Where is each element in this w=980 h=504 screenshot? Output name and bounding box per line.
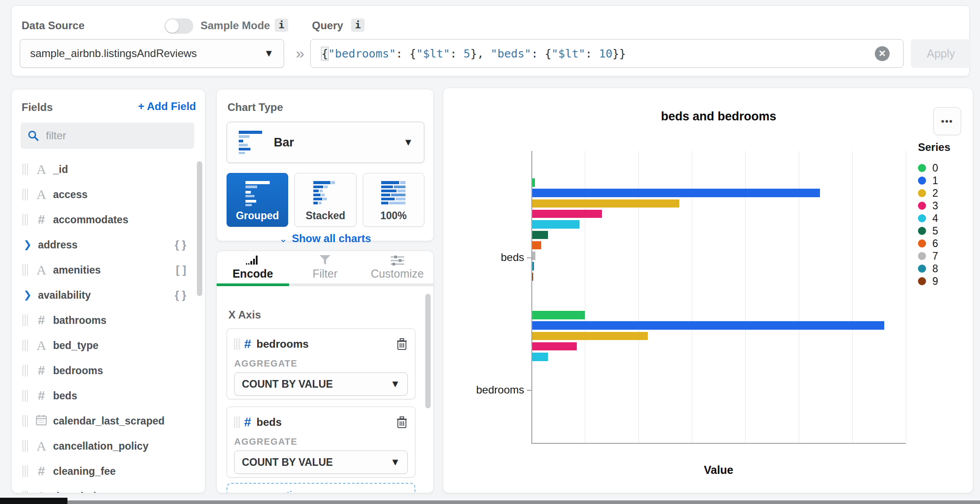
legend-label: 9: [932, 275, 938, 287]
sample-mode-info-icon[interactable]: i: [275, 18, 288, 32]
field-row-_id[interactable]: A_id: [12, 157, 205, 182]
horizontal-scrollbar-track[interactable]: [0, 500, 980, 504]
y-category-label-bedrooms: bedrooms: [452, 384, 524, 396]
show-all-charts-link[interactable]: ⌄Show all charts: [217, 232, 433, 245]
apply-button[interactable]: Apply: [911, 39, 971, 68]
encode-scrollbar-thumb[interactable]: [425, 294, 431, 408]
drag-handle-icon[interactable]: [22, 264, 28, 276]
legend-swatch: [918, 265, 926, 273]
drag-handle-icon[interactable]: [234, 338, 240, 350]
add-field-button[interactable]: + Add Field: [138, 100, 196, 113]
funnel-icon: [319, 255, 331, 265]
drag-handle-icon[interactable]: [22, 340, 28, 351]
query-info-icon[interactable]: i: [351, 18, 365, 32]
chart-type-select[interactable]: Bar ▼: [227, 122, 424, 163]
chevron-down-icon: ▼: [264, 48, 274, 59]
drag-handle-icon[interactable]: [22, 214, 28, 225]
legend-label: 6: [932, 238, 938, 250]
bar-beds-series-7: [532, 252, 535, 260]
field-row-beds[interactable]: #beds: [12, 383, 205, 408]
string-type-icon: A: [33, 262, 49, 278]
field-name: beds: [53, 390, 77, 402]
field-row-availability[interactable]: ❯availability{ }: [12, 283, 205, 308]
field-row-bathrooms[interactable]: #bathrooms: [12, 308, 205, 333]
drag-handle-icon[interactable]: [22, 440, 28, 452]
drag-handle-icon[interactable]: [22, 491, 28, 493]
field-row-accommodates[interactable]: #accommodates: [12, 207, 205, 232]
legend-swatch: [918, 239, 926, 248]
field-filter: [21, 123, 194, 149]
subtype-100-button[interactable]: 100%: [363, 173, 424, 227]
grouped-bars-icon: [244, 180, 272, 206]
field-row-bed_type[interactable]: Abed_type: [12, 333, 205, 358]
data-source-select[interactable]: sample_airbnb.listingsAndReviews ▼: [20, 39, 284, 68]
drag-handle-icon[interactable]: [22, 465, 28, 477]
trash-icon[interactable]: [396, 338, 408, 350]
field-name: address: [38, 239, 77, 251]
chart-type-panel: Chart Type Bar ▼: [216, 89, 434, 241]
bar-beds-series-3: [532, 210, 602, 218]
field-name: accommodates: [53, 214, 128, 226]
sample-mode-toggle[interactable]: [165, 18, 193, 34]
toggle-knob: [165, 19, 179, 33]
fields-scrollbar-thumb[interactable]: [197, 161, 202, 296]
chart-menu-button[interactable]: •••: [933, 107, 961, 135]
field-row-calendar_last_scraped[interactable]: calendar_last_scraped: [12, 408, 205, 433]
bar-bedrooms-series-2: [532, 332, 648, 340]
field-row-bedrooms[interactable]: #bedrooms: [12, 358, 205, 383]
legend-item-1: 1: [918, 174, 972, 187]
drag-handle-icon[interactable]: [22, 164, 28, 175]
drag-handle-icon[interactable]: [234, 416, 240, 428]
sample-mode-label: Sample Mode: [200, 19, 270, 32]
chart-preview-panel: beds and bedrooms ••• 05001,0001,5002,00…: [443, 88, 973, 493]
subtype-grouped-label: Grouped: [236, 210, 279, 222]
drag-handle-icon[interactable]: [22, 189, 28, 200]
chart-title: beds and bedrooms: [531, 110, 906, 124]
bar-chart-icon: [238, 130, 264, 155]
x-axis-title: Value: [531, 464, 906, 477]
legend-item-6: 6: [918, 237, 972, 250]
legend-label: 7: [932, 250, 938, 262]
aggregate-value: COUNT BY VALUE: [242, 456, 333, 469]
field-row-access[interactable]: Aaccess: [12, 182, 205, 207]
aggregate-label: AGGREGATE: [234, 437, 408, 447]
add-aggregation-button[interactable]: + aggregation: [227, 483, 415, 493]
drag-handle-icon[interactable]: [22, 365, 28, 376]
chevron-right-icon[interactable]: ❯: [23, 239, 31, 251]
trash-icon[interactable]: [396, 416, 408, 429]
query-clear-icon[interactable]: ✕: [875, 46, 890, 61]
field-name: bed_type: [53, 340, 98, 352]
channel-field-name: bedrooms: [257, 338, 309, 350]
chart-legend: Series 0123456789: [918, 141, 972, 287]
field-row-cleaning_fee[interactable]: #cleaning_fee: [12, 459, 205, 484]
x-axis-line: [531, 443, 906, 444]
aggregate-label: AGGREGATE: [234, 358, 408, 369]
query-input[interactable]: {"bedrooms": {"$lt": 5}, "beds": {"$lt":…: [310, 39, 904, 68]
y-tick-mark: [527, 257, 531, 258]
field-row-amenities[interactable]: Aamenities[ ]: [12, 257, 205, 283]
aggregate-select-beds[interactable]: COUNT BY VALUE ▼: [234, 451, 408, 474]
legend-item-7: 7: [918, 250, 972, 262]
field-filter-input[interactable]: [46, 129, 181, 142]
encode-tab-row: Encode Filter Customize: [217, 251, 433, 286]
subtype-stacked-button[interactable]: Stacked: [294, 173, 356, 227]
tab-encode[interactable]: Encode: [217, 251, 289, 286]
field-row-description[interactable]: Adescription: [12, 484, 205, 493]
tab-customize[interactable]: Customize: [361, 251, 433, 286]
legend-swatch: [918, 202, 926, 210]
bar-bedrooms-series-3: [532, 342, 577, 351]
drag-handle-icon[interactable]: [22, 314, 28, 326]
tab-filter[interactable]: Filter: [289, 251, 361, 286]
field-name: description: [53, 491, 109, 493]
field-row-cancellation_policy[interactable]: Acancellation_policy: [12, 433, 205, 459]
drag-handle-icon[interactable]: [22, 390, 28, 402]
subtype-grouped-button[interactable]: Grouped: [227, 173, 288, 227]
encode-panel: Encode Filter Customize X A: [216, 251, 434, 493]
aggregate-select-bedrooms[interactable]: COUNT BY VALUE ▼: [234, 372, 408, 396]
chevron-right-icon[interactable]: ❯: [23, 289, 31, 301]
drag-handle-icon[interactable]: [22, 415, 28, 427]
gridline: [906, 151, 906, 443]
field-name: bedrooms: [53, 365, 103, 377]
field-row-address[interactable]: ❯address{ }: [12, 232, 205, 257]
tab-encode-label: Encode: [232, 267, 273, 280]
